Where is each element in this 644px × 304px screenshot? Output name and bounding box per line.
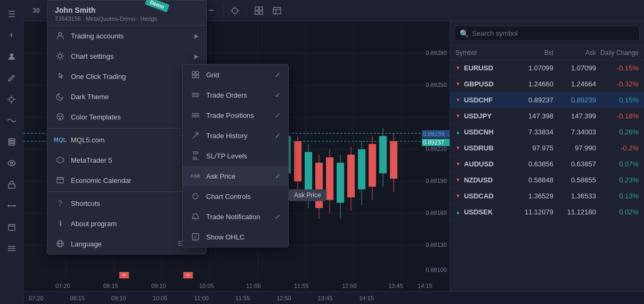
submenu-item-chart-controls[interactable]: Chart Controls [183, 186, 288, 206]
wave-icon[interactable] [2, 111, 21, 130]
symbol-name-usdrub: ▼ USDRUB [455, 144, 511, 152]
sym-ask-eurusd: 1.07099 [553, 64, 596, 72]
plus-icon[interactable]: + [2, 26, 21, 45]
svg-point-119 [59, 54, 62, 58]
menu-item-chart-settings[interactable]: Chart settings ▶ [47, 46, 206, 66]
layers-icon[interactable] [2, 132, 21, 151]
svg-text:07:20: 07:20 [55, 283, 70, 289]
color-templates-icon [55, 111, 66, 122]
submenu-label-5: Ask Price [206, 172, 270, 180]
submenu-icon-7 [190, 211, 201, 222]
submenu-icon-8: O [190, 231, 201, 242]
sym-change-usdjpy: -0.18% [596, 112, 639, 120]
time-label-4: 11:00 [194, 295, 209, 301]
person-icon[interactable] [2, 47, 21, 66]
menu-item-trading-accounts[interactable]: Trading accounts ▶ [47, 26, 206, 46]
trading-accounts-icon [55, 30, 66, 41]
submenu-item-trade-positions[interactable]: Trade Positions ✓ [183, 105, 288, 125]
sym-bid-audusd: 0.63856 [511, 160, 553, 168]
svg-rect-81 [305, 152, 312, 195]
svg-point-1 [10, 97, 14, 101]
list-icon[interactable] [2, 239, 21, 258]
submenu-item-sl/tp-levels[interactable]: TPSL SL/TP Levels [183, 146, 288, 166]
menu-header: Demo John Smith 73643156 · MetaQuotes-De… [47, 1, 206, 26]
svg-text:0.89250: 0.89250 [426, 82, 447, 88]
sym-change-eurusd: -0.15% [596, 64, 639, 72]
svg-point-0 [10, 53, 13, 57]
symbol-row-usdchf[interactable]: ▼ USDCHF 0.89237 0.89239 0.15% [450, 92, 644, 108]
eye-icon[interactable] [2, 154, 21, 173]
svg-rect-37 [259, 11, 263, 14]
svg-text:11:55: 11:55 [294, 283, 309, 289]
svg-rect-135 [196, 75, 199, 78]
pencil-icon[interactable] [2, 68, 21, 87]
col-bid: Bid [511, 49, 553, 57]
svg-text:11:00: 11:00 [246, 283, 261, 289]
sym-change-audusd: 0.07% [596, 160, 639, 168]
submenu-item-ask-price[interactable]: ASK Ask Price ✓ [183, 166, 288, 186]
symbol-search-area: 🔍 [450, 21, 644, 46]
svg-text:08:15: 08:15 [103, 283, 118, 289]
symbol-row-usdsek[interactable]: ▲ USDSEK 11.12079 11.12180 0.02% [450, 204, 644, 220]
svg-text:0.89190: 0.89190 [426, 178, 447, 184]
submenu-item-grid[interactable]: Grid ✓ [183, 65, 288, 85]
symbol-row-gbpusd[interactable]: ▼ GBPUSD 1.24660 1.24664 -0.32% [450, 76, 644, 92]
menu-icon[interactable]: ☰ [2, 4, 21, 23]
svg-rect-7 [9, 141, 15, 143]
svg-text:09:10: 09:10 [151, 283, 166, 289]
symbol-row-nzdusd[interactable]: ▼ NZDUSD 0.58848 0.58855 0.23% [450, 172, 644, 188]
sym-change-usdcnh: 0.26% [596, 128, 639, 136]
time-label-2: 09:10 [111, 295, 126, 301]
grid-view-btn[interactable] [250, 3, 267, 18]
svg-rect-10 [9, 184, 15, 188]
col-change: Daily Change [596, 49, 639, 57]
submenu-item-trade-notification[interactable]: Trade Notification ✓ [183, 206, 288, 227]
symbol-table-header: Symbol Bid Ask Daily Change [450, 46, 644, 60]
symbol-name-usdchf: ▼ USDCHF [455, 96, 511, 104]
svg-point-122 [61, 116, 62, 117]
submenu-label-6: Chart Controls [206, 193, 281, 201]
symbol-name-nzdusd: ▼ NZDUSD [455, 176, 511, 184]
sym-ask-audusd: 0.63857 [553, 160, 596, 168]
svg-rect-38 [273, 7, 281, 14]
symbol-row-usdrub[interactable]: ▼ USDRUB 97.975 97.990 -0.2% [450, 140, 644, 156]
crosshair-btn[interactable] [226, 3, 243, 18]
submenu-label-4: SL/TP Levels [206, 152, 281, 160]
symbol-row-audusd[interactable]: ▼ AUDUSD 0.63856 0.63857 0.07% [450, 156, 644, 172]
submenu-label-7: Trade Notification [206, 213, 270, 221]
arrows-icon[interactable] [2, 196, 21, 215]
submenu-label-2: Trade Positions [206, 111, 270, 119]
svg-point-121 [58, 116, 60, 117]
svg-rect-93 [369, 144, 376, 187]
language-label: Language [71, 240, 173, 248]
submenu-item-trade-history[interactable]: Trade History ✓ [183, 125, 288, 146]
symbol-row-usdcnh[interactable]: ▲ USDCNH 7.33834 7.34003 0.26% [450, 124, 644, 140]
symbol-row-usdcad[interactable]: ▼ USDCAD 1.36529 1.36533 0.13% [450, 188, 644, 204]
sym-bid-gbpusd: 1.24660 [511, 80, 553, 88]
objects-btn[interactable] [268, 3, 286, 18]
submenu-item-trade-orders[interactable]: Trade Orders ✓ [183, 85, 288, 105]
trading-accounts-label: Trading accounts [71, 32, 189, 40]
symbol-row-eurusd[interactable]: ▼ EURUSD 1.07099 1.07099 -0.15% [450, 60, 644, 76]
one-click-trading-label: One Click Trading [71, 73, 199, 81]
color-templates-label: Color Templates [71, 113, 189, 121]
mql5-icon: MQL [55, 134, 66, 145]
tf-30[interactable]: 30 [28, 3, 45, 18]
svg-rect-133 [196, 71, 199, 74]
submenu-item-show-ohlc[interactable]: O Show OHLC [183, 227, 288, 247]
search-input[interactable] [454, 26, 640, 41]
svg-text:O: O [193, 235, 197, 239]
cross-hair-icon[interactable] [2, 90, 21, 109]
submenu-icon-1 [190, 90, 201, 100]
submenu: Grid ✓ Trade Orders ✓ Trade Positions ✓ … [182, 64, 289, 247]
svg-rect-85 [326, 157, 333, 200]
svg-point-123 [60, 118, 61, 119]
lock-icon[interactable] [2, 175, 21, 194]
svg-text:0.89220: 0.89220 [426, 146, 447, 152]
symbol-row-usdjpy[interactable]: ▼ USDJPY 147.398 147.399 -0.18% [450, 108, 644, 124]
sym-bid-usdsek: 11.12079 [511, 208, 553, 216]
symbol-name-gbpusd: ▼ GBPUSD [455, 80, 511, 88]
col-ask: Ask [553, 49, 596, 57]
economic-calendar-label: Economic Calendar [71, 177, 189, 185]
calendar-icon[interactable] [2, 218, 21, 237]
